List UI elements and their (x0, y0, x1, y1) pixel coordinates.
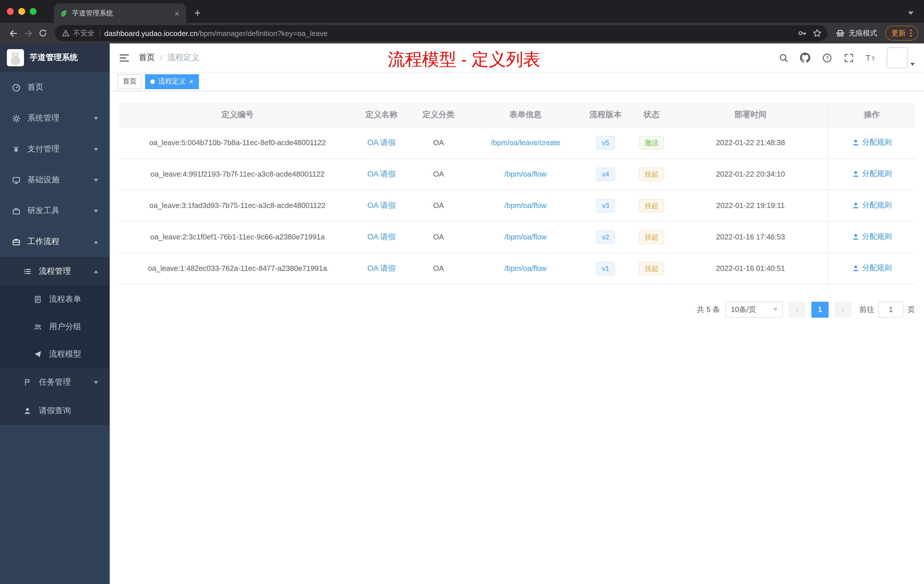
url-path: /bpm/manager/definition?key=oa_leave (198, 29, 328, 38)
tab-search-chevron-icon[interactable] (908, 12, 914, 15)
macos-traffic-lights (0, 0, 46, 23)
back-icon[interactable] (6, 26, 21, 41)
key-icon[interactable] (798, 28, 807, 38)
breadcrumb-current: 流程定义 (167, 53, 200, 63)
col-deploy-time: 部署时间 (673, 103, 828, 127)
user-menu[interactable] (887, 48, 915, 68)
tab-close-icon[interactable]: × (173, 9, 181, 17)
version-tag: v5 (596, 136, 615, 149)
site-security-chip[interactable]: 不安全 (62, 28, 94, 38)
close-window-button[interactable] (7, 8, 14, 15)
assign-rule-link[interactable]: 分配规则 (852, 263, 892, 274)
sidebar-item-devtools[interactable]: 研发工具 (0, 195, 110, 226)
help-icon[interactable]: ? (822, 53, 832, 63)
table-header-row: 定义编号 定义名称 定义分类 表单信息 流程版本 状态 部署时间 操作 (119, 103, 915, 127)
sidebar-item-home[interactable]: 首页 (0, 72, 110, 103)
tag-close-icon[interactable]: × (189, 78, 193, 85)
sidebar-item-label: 流程模型 (49, 349, 81, 360)
table-row: oa_leave:5:004b710b-7b8a-11ec-8ef0-acde4… (119, 127, 915, 158)
sidebar-item-label: 流程管理 (39, 266, 71, 277)
col-operation: 操作 (828, 103, 915, 127)
tab-strip: 芋道管理系统 × + (0, 0, 924, 23)
assign-rule-link[interactable]: 分配规则 (852, 200, 892, 211)
sidebar-item-label: 首页 (27, 82, 43, 92)
form-link[interactable]: /bpm/oa/flow (504, 264, 546, 272)
reload-icon[interactable] (35, 26, 50, 41)
sidebar-toggle-icon[interactable] (119, 52, 130, 63)
chevron-down-icon (94, 148, 98, 150)
tab-title: 芋道管理系统 (72, 8, 168, 18)
sidebar-item-label: 请假查询 (39, 406, 71, 416)
zoom-window-button[interactable] (30, 8, 36, 15)
chevron-up-icon (94, 270, 98, 273)
prev-page-button[interactable]: ‹ (789, 302, 806, 317)
form-link[interactable]: /bpm/oa/leave/create (491, 138, 560, 147)
svg-text:T: T (872, 56, 875, 62)
new-tab-button[interactable]: + (186, 3, 209, 23)
address-bar[interactable]: 不安全 dashboard.yudao.iocoder.cn/bpm/manag… (55, 25, 827, 41)
pagination: 共 5 条 10条/页 ‹ 1 › 前往 页 (119, 302, 915, 317)
form-link[interactable]: /bpm/oa/flow (504, 233, 546, 241)
assign-rule-link[interactable]: 分配规则 (852, 169, 892, 179)
minimize-window-button[interactable] (18, 8, 25, 15)
sidebar-item-workflow[interactable]: 工作流程 (0, 226, 110, 257)
chevron-down-icon (94, 117, 98, 120)
status-cell: 挂起 (630, 221, 673, 252)
github-icon[interactable] (800, 53, 810, 63)
sidebar-item-user-group[interactable]: 用户分组 (0, 313, 110, 341)
sidebar-item-process-manage[interactable]: 流程管理 (0, 257, 110, 286)
omnibox-divider (99, 29, 100, 37)
search-icon[interactable] (778, 53, 789, 63)
form-info-cell: /bpm/oa/flow (470, 252, 581, 284)
font-size-icon[interactable]: TT (865, 53, 875, 63)
definition-name-link[interactable]: OA 请假 (368, 232, 396, 241)
browser-tab[interactable]: 芋道管理系统 × (54, 3, 186, 23)
definition-category-cell: OA (407, 190, 470, 221)
definition-name-link[interactable]: OA 请假 (368, 264, 396, 272)
definition-name-link[interactable]: OA 请假 (368, 170, 396, 178)
list-icon (23, 267, 32, 276)
sidebar-item-label: 支付管理 (27, 144, 59, 154)
security-label: 不安全 (73, 28, 94, 38)
sidebar-item-leave-query[interactable]: 请假查询 (0, 397, 110, 425)
status-tag: 挂起 (639, 230, 664, 244)
incognito-label: 无痕模式 (848, 28, 877, 38)
sidebar-item-label: 流程表单 (49, 294, 81, 305)
sidebar-item-process-form[interactable]: 流程表单 (0, 286, 110, 313)
form-link[interactable]: /bpm/oa/flow (504, 170, 546, 178)
definition-name-link[interactable]: OA 请假 (368, 201, 396, 210)
definition-name-link[interactable]: OA 请假 (368, 138, 396, 147)
version-tag: v4 (596, 167, 615, 181)
document-icon (33, 295, 42, 304)
goto-page-input[interactable] (878, 302, 903, 317)
url-host: dashboard.yudao.iocoder.cn (104, 29, 198, 38)
tag-home[interactable]: 首页 (118, 74, 142, 89)
status-tag: 激活 (639, 136, 664, 149)
main-area: 首页 / 流程定义 流程模型 - 定义列表 ? TT (110, 43, 924, 584)
sidebar-item-infrastructure[interactable]: 基础设施 (0, 165, 110, 195)
chrome-update-button[interactable]: 更新 (885, 26, 918, 41)
definition-id-cell: oa_leave:3:1fad3d93-7b75-11ec-a3c8-acde4… (119, 190, 356, 221)
page-number-1[interactable]: 1 (812, 302, 828, 317)
assign-rule-link[interactable]: 分配规则 (852, 232, 892, 242)
tag-process-definition[interactable]: 流程定义 × (145, 74, 198, 89)
forward-icon[interactable] (21, 26, 35, 41)
fullscreen-icon[interactable] (843, 53, 854, 63)
bookmark-star-icon[interactable] (813, 28, 822, 38)
next-page-button[interactable]: › (834, 302, 851, 317)
breadcrumb-home-link[interactable]: 首页 (139, 53, 155, 63)
user-icon (852, 170, 859, 178)
sidebar-item-task-manage[interactable]: 任务管理 (0, 368, 110, 397)
sidebar-item-process-model[interactable]: 流程模型 (0, 341, 110, 368)
assign-rule-link[interactable]: 分配规则 (852, 137, 892, 148)
sidebar-item-system[interactable]: 系统管理 (0, 103, 110, 134)
avatar[interactable] (887, 48, 908, 68)
briefcase-icon (12, 237, 21, 246)
person-icon (23, 406, 32, 416)
sidebar-item-payment[interactable]: ¥ 支付管理 (0, 134, 110, 165)
operation-cell: 分配规则 (828, 252, 915, 284)
form-link[interactable]: /bpm/oa/flow (504, 201, 546, 210)
definition-name-cell: OA 请假 (356, 221, 407, 252)
page-size-select[interactable]: 10条/页 (726, 302, 783, 317)
definition-name-cell: OA 请假 (356, 190, 407, 221)
